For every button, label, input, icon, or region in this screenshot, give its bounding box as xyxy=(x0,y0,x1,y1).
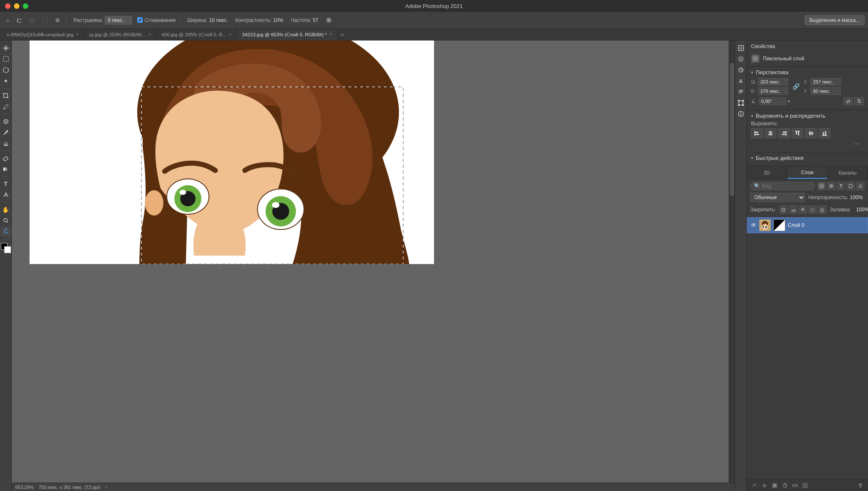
tool-option2[interactable]: ⬛ xyxy=(39,16,51,24)
svg-rect-51 xyxy=(820,185,823,187)
tab-layers-label: Слои xyxy=(801,170,813,175)
close-button[interactable] xyxy=(5,3,11,9)
background-color[interactable] xyxy=(4,246,11,253)
adjust-strip-btn[interactable] xyxy=(736,65,746,75)
perspective-collapse[interactable]: ▾ xyxy=(751,70,753,75)
tab-close-0[interactable]: × xyxy=(76,32,79,37)
canvas-image[interactable] xyxy=(30,40,434,264)
svg-point-68 xyxy=(773,484,776,487)
angle-input[interactable] xyxy=(759,97,786,105)
layers-search-input[interactable] xyxy=(762,183,811,189)
align-middle-btn[interactable] xyxy=(805,128,817,138)
group-layers-btn[interactable] xyxy=(791,481,799,490)
eraser-tool[interactable] xyxy=(1,153,11,163)
crop-tool[interactable] xyxy=(1,91,11,101)
tab-close-3[interactable]: × xyxy=(330,32,332,37)
tab-1[interactable]: uy.jpg @ 203% (RGB/8#... × xyxy=(84,29,157,40)
new-layer-btn[interactable] xyxy=(801,481,809,490)
adjust-layer-btn[interactable] xyxy=(781,481,789,490)
angle-dropdown[interactable]: ▾ xyxy=(788,99,790,104)
x-input[interactable] xyxy=(811,78,841,86)
h-input[interactable] xyxy=(758,87,788,95)
hand-tool[interactable]: ✋ xyxy=(1,205,11,215)
tool-option1[interactable]: ⬚ xyxy=(27,16,37,24)
status-bar: 653,29% 750 пикс. x 381 пикс. (72 ppi) › xyxy=(12,483,735,491)
home-tool-btn[interactable]: ⌂ xyxy=(3,16,11,24)
lasso-tool[interactable] xyxy=(1,65,11,75)
vertical-scrollbar[interactable] xyxy=(729,40,735,485)
stamp-tool[interactable] xyxy=(1,138,11,148)
filter-adj-btn[interactable] xyxy=(827,182,835,190)
tab-3d[interactable]: 3D xyxy=(747,167,787,179)
tab-3[interactable]: 34223.jpg @ 653% (Слой 0, RGB/8#) * × xyxy=(237,29,337,40)
filter-smart-btn[interactable] xyxy=(856,182,865,190)
smooth-checkbox[interactable] xyxy=(137,17,143,23)
more-options-btn[interactable]: ··· xyxy=(854,140,860,148)
tab-close-2[interactable]: × xyxy=(229,32,231,37)
lasso-tool-btn[interactable]: ⊏ xyxy=(14,15,24,25)
maximize-button[interactable] xyxy=(23,3,28,9)
filter-type-btn[interactable]: T xyxy=(837,182,845,190)
svg-rect-59 xyxy=(821,210,824,212)
minimize-button[interactable] xyxy=(14,3,19,9)
info-strip-btn[interactable] xyxy=(736,109,746,119)
opacity-label-right: Непрозрачность: xyxy=(808,194,848,200)
brush-tool[interactable] xyxy=(1,127,11,138)
qa-collapse[interactable]: ▾ xyxy=(751,156,753,160)
tool-sep-2 xyxy=(2,114,10,114)
tab-channels[interactable]: Каналы xyxy=(827,167,868,179)
align-bottom-btn[interactable] xyxy=(819,128,830,138)
layers-strip-btn[interactable] xyxy=(736,54,746,64)
fx-btn[interactable]: fx xyxy=(760,481,769,490)
fg-bg-colors[interactable] xyxy=(1,243,11,253)
layer-item-0[interactable]: 👁 Слой 0 xyxy=(747,217,868,233)
layer-visibility-icon[interactable]: 👁 xyxy=(751,222,757,229)
tab-overflow-btn[interactable]: » xyxy=(338,32,347,38)
tool-option3[interactable]: ⧉ xyxy=(53,16,62,24)
align-right-btn[interactable] xyxy=(778,128,790,138)
flip-h-btn[interactable]: ⇄ xyxy=(844,97,853,105)
align-center-h-btn[interactable] xyxy=(765,128,776,138)
filter-shape-btn[interactable] xyxy=(846,182,855,190)
text-strip-btn[interactable]: A xyxy=(736,76,746,86)
tab-layers[interactable]: Слои xyxy=(787,167,828,179)
zoom-tool[interactable] xyxy=(1,216,11,226)
tab-0[interactable]: n-BfWDyQ10uMk-unsplash.jpg × xyxy=(2,29,84,40)
eyedropper-tool[interactable] xyxy=(1,102,11,112)
gradient-tool[interactable] xyxy=(1,164,11,174)
add-mask-btn[interactable] xyxy=(770,481,779,490)
align-left-btn[interactable] xyxy=(751,128,763,138)
para-strip-btn[interactable] xyxy=(736,87,746,97)
w-input[interactable] xyxy=(758,78,788,86)
add-link-btn[interactable] xyxy=(750,481,759,490)
selection-mask-button[interactable]: Выделение и маска... xyxy=(805,15,865,25)
move-tool[interactable] xyxy=(1,43,11,53)
properties-strip-btn[interactable] xyxy=(736,43,746,53)
delete-layer-btn[interactable] xyxy=(856,481,865,490)
spot-heal-tool[interactable] xyxy=(1,116,11,127)
rotate-tool[interactable] xyxy=(1,227,11,237)
path-tool[interactable] xyxy=(1,190,11,200)
link-icon[interactable]: 🔗 xyxy=(792,83,800,90)
magic-wand-tool[interactable]: ✦ xyxy=(1,76,11,86)
align-top-btn[interactable] xyxy=(792,128,803,138)
tab-close-1[interactable]: × xyxy=(149,32,151,37)
stylus-btn[interactable]: ⊕ xyxy=(323,15,334,25)
status-arrow[interactable]: › xyxy=(105,485,107,490)
feather-input[interactable] xyxy=(105,16,132,24)
type-tool[interactable]: T xyxy=(1,179,11,189)
flip-v-btn[interactable]: ⇅ xyxy=(854,97,864,105)
lock-all-btn[interactable] xyxy=(818,205,827,214)
lock-pos-btn[interactable] xyxy=(799,205,807,214)
lock-image-btn[interactable] xyxy=(789,205,797,214)
filter-pixel-btn[interactable] xyxy=(817,182,826,190)
v-scrollbar-thumb[interactable] xyxy=(730,63,734,196)
blend-mode-select[interactable]: Обычные xyxy=(750,193,805,202)
align-collapse[interactable]: ▾ xyxy=(751,113,753,118)
lock-artboard-btn[interactable] xyxy=(808,205,817,214)
marquee-tool[interactable] xyxy=(1,54,11,64)
y-input[interactable] xyxy=(811,87,841,95)
lock-transparent-btn[interactable] xyxy=(779,205,788,214)
transform-strip-btn[interactable] xyxy=(736,98,746,108)
tab-2[interactable]: 430.jpg @ 205% (Слой 0, R... × xyxy=(156,29,237,40)
